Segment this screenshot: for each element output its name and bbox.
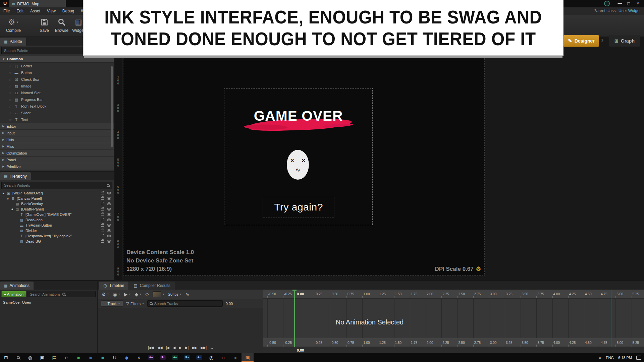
menu-debug[interactable]: Debug (59, 7, 77, 15)
current-time-display[interactable]: 0.00 (226, 302, 233, 306)
language-indicator[interactable]: ENG (606, 356, 614, 360)
taskbar-premiere-icon[interactable]: Pr (157, 353, 169, 362)
lock-icon[interactable] (101, 192, 104, 194)
visibility-icon[interactable] (107, 224, 111, 227)
lock-icon[interactable] (101, 230, 104, 232)
taskbar-cortana-icon[interactable]: ◍ (24, 353, 36, 362)
compile-button[interactable]: ⚙ ▼ Compile (3, 17, 24, 33)
palette-category-panel[interactable]: ▶Panel (0, 157, 114, 163)
animation-thumbnail[interactable]: ▼ (153, 291, 165, 297)
lock-icon[interactable] (101, 240, 104, 243)
hierarchy-search-input[interactable]: Search Widgets (1, 182, 112, 189)
add-track-button[interactable]: + Track ▼ (101, 300, 123, 307)
try-again-button[interactable]: Try again? (263, 197, 334, 218)
lock-icon[interactable] (101, 214, 104, 216)
hierarchy-item[interactable]: ▨BlackOverlay (0, 201, 114, 206)
hierarchy-item[interactable]: ◢▣[WBP_GameOver] (0, 190, 114, 196)
palette-item-rich-text[interactable]: ☆¶Rich Text Block (0, 103, 114, 110)
notification-center-icon[interactable] (636, 356, 641, 360)
designer-tab-button[interactable]: ✎ Designer (564, 35, 599, 47)
menu-asset[interactable]: Asset (27, 7, 44, 15)
timeline-ruler-bottom[interactable]: -0.50-0.250.250.500.751.001.251.501.752.… (263, 338, 644, 347)
hierarchy-item[interactable]: ▬TryAgain-Button (0, 223, 114, 228)
transport-button-6[interactable]: ▶▶ (192, 346, 197, 350)
visibility-icon[interactable] (107, 208, 111, 210)
fps-dropdown[interactable]: 20 fps▼ (168, 292, 182, 296)
taskbar-app-x-icon[interactable]: × (133, 353, 145, 362)
parent-class-link[interactable]: User Widget (619, 8, 641, 13)
taskbar-start-icon[interactable]: ⊞ (0, 353, 12, 362)
transport-button-7[interactable]: ▶▶| (201, 346, 206, 350)
palette-category-input[interactable]: ▶Input (0, 130, 114, 136)
tab-timeline[interactable]: ◷ Timeline (99, 282, 128, 290)
dpi-gear-icon[interactable]: ⚙ (476, 265, 481, 273)
taskbar-animate-icon[interactable]: An (193, 353, 205, 362)
compile-caret-icon[interactable]: ▼ (16, 21, 19, 24)
widget-preview[interactable]: GAME OVER × × ∿ Try again? Device Conten… (123, 38, 485, 276)
visibility-icon[interactable] (107, 240, 111, 243)
transport-button-1[interactable]: ◀◀ (157, 346, 162, 350)
transport-button-5[interactable]: ▶| (185, 346, 188, 350)
taskbar-unreal-engine-icon[interactable]: U (109, 353, 121, 362)
tree-expand-arrow-icon[interactable]: ◢ (6, 197, 9, 200)
timeline-grid[interactable]: -0.50-0.250.250.500.751.001.251.501.752.… (263, 290, 644, 353)
palette-item-text[interactable]: ☆TText (0, 116, 114, 123)
taskbar-app-green-icon[interactable]: ■ (72, 353, 85, 362)
palette-category-optimization[interactable]: ▶Optimization (0, 150, 114, 157)
visibility-icon[interactable] (107, 229, 111, 232)
visibility-icon[interactable] (107, 192, 111, 194)
transport-button-8[interactable]: ↔ (210, 346, 213, 350)
visibility-icon[interactable] (107, 213, 111, 216)
end-marker-line[interactable] (611, 290, 611, 347)
tab-compiler-results[interactable]: ▤ Compiler Results (129, 282, 175, 290)
taskbar-active-editor-icon[interactable]: ▣ (241, 353, 254, 362)
lock-icon[interactable] (101, 208, 104, 210)
death-panel-outline[interactable]: GAME OVER × × ∿ Try again? (224, 88, 373, 225)
lock-icon[interactable] (101, 219, 104, 221)
hierarchy-item[interactable]: ▨Dead-Icon (0, 217, 114, 223)
lock-icon[interactable] (101, 197, 104, 200)
palette-common-header[interactable]: ▼ Common (0, 56, 114, 63)
menu-view[interactable]: View (44, 7, 59, 15)
taskbar-task-view-icon[interactable]: ▣ (36, 353, 48, 362)
maximize-button[interactable]: ▢ (625, 0, 633, 7)
palette-category-primitive[interactable]: ▶Primitive (0, 163, 114, 170)
lock-icon[interactable] (101, 235, 104, 237)
taskbar-chrome-icon[interactable]: ◎ (205, 353, 217, 362)
add-key-icon[interactable]: ◇ (145, 292, 149, 297)
curve-editor-icon[interactable]: ∿ (185, 292, 190, 297)
close-button[interactable]: × (634, 0, 642, 7)
palette-item-progress-bar[interactable]: ☆▤Progress Bar (0, 96, 114, 103)
palette-item-checkbox[interactable]: ☆☑Check Box (0, 76, 114, 83)
taskbar-search-icon[interactable] (12, 353, 24, 362)
hierarchy-item[interactable]: ◢◫[Death-Panel] (0, 206, 114, 212)
visibility-icon[interactable] (107, 235, 111, 237)
playback-options-icon[interactable]: ▶▼ (124, 292, 131, 297)
document-tab[interactable]: ⊞ DEMO_Map (9, 0, 66, 7)
tree-expand-arrow-icon[interactable]: ◢ (2, 192, 5, 194)
taskbar-audition-icon[interactable]: Au (169, 353, 181, 362)
lock-icon[interactable] (101, 203, 104, 205)
palette-item-slider[interactable]: ☆↔Slider (0, 110, 114, 116)
taskbar-app-blue-icon[interactable]: ■ (85, 353, 97, 362)
timeline-ruler-top[interactable]: -0.50-0.250.250.500.751.001.251.501.752.… (263, 290, 644, 299)
hierarchy-item[interactable]: ▨Divider (0, 228, 114, 233)
tab-palette[interactable]: ▦ Palette (0, 38, 26, 46)
palette-category-editor[interactable]: ▶Editor (0, 123, 114, 130)
minimize-button[interactable]: — (616, 0, 624, 7)
graph-tab-button[interactable]: ⊞ Graph (609, 35, 640, 47)
settings-icon[interactable]: ⚙▼ (102, 292, 109, 297)
taskbar-file-explorer-icon[interactable]: ▤ (48, 353, 60, 362)
keyframe-options-icon[interactable]: ◆▼ (135, 292, 142, 297)
visibility-icon[interactable] (107, 202, 111, 205)
visibility-icon[interactable]: ◉▼ (113, 292, 120, 297)
clock-time[interactable]: 6:18 PM (618, 356, 632, 360)
transport-button-0[interactable]: |◀◀ (148, 346, 154, 350)
taskbar-opera-icon[interactable]: ○ (217, 353, 229, 362)
add-animation-button[interactable]: + Animation (1, 291, 26, 297)
menu-edit[interactable]: Edit (13, 7, 27, 15)
taskbar-edge-icon[interactable]: e (60, 353, 72, 362)
hierarchy-item[interactable]: T[Respawn-Text] "Try again?" (0, 233, 114, 239)
taskbar-after-effects-icon[interactable]: Ae (145, 353, 157, 362)
palette-category-lists[interactable]: ▶Lists (0, 136, 114, 143)
